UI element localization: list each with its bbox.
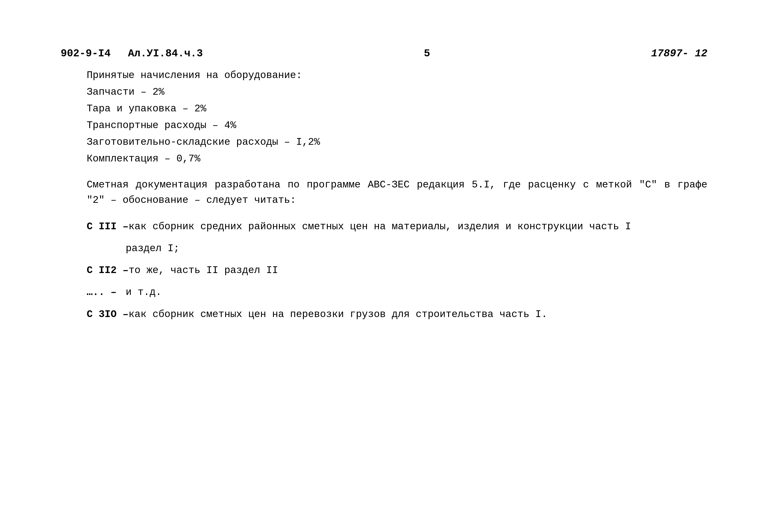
- list-marker-4: С 3IO –: [87, 307, 129, 322]
- charge-2: Тара и упаковка – 2%: [87, 101, 707, 116]
- main-content: Принятые начисления на оборудование: Зап…: [87, 68, 707, 322]
- list-marker-1: С III –: [87, 219, 129, 234]
- header-left: 902-9-I4 Ал.УI.84.ч.3: [61, 48, 203, 59]
- list-marker-2: С II2 –: [87, 263, 129, 278]
- list-continuation-1: раздел I;: [126, 241, 707, 256]
- list-marker-3: ….. –: [87, 285, 126, 300]
- page: 902-9-I4 Ал.УI.84.ч.3 5 17897- 12 Принят…: [0, 0, 768, 532]
- doc-number: 902-9-I4: [61, 48, 111, 59]
- charge-1: Запчасти – 2%: [87, 85, 707, 100]
- list-item-2: С II2 – то же, часть II раздел II: [87, 263, 707, 278]
- charge-4: Заготовительно-складские расходы – I,2%: [87, 135, 707, 150]
- paragraph-1-text: Сметная документация разработана по прог…: [87, 177, 707, 208]
- list-content-3: и т.д.: [126, 285, 707, 300]
- list-item-4: С 3IO – как сборник сметных цен на перев…: [87, 307, 707, 322]
- charge-5: Комплектация – 0,7%: [87, 151, 707, 166]
- doc-title: Ал.УI.84.ч.3: [128, 48, 203, 59]
- charge-3: Транспортные расходы – 4%: [87, 118, 707, 133]
- paragraph-1: Сметная документация разработана по прог…: [87, 177, 707, 208]
- header-center: 5: [203, 48, 651, 59]
- list-content-4: как сборник сметных цен на перевозки гру…: [129, 307, 707, 322]
- list-content-2: то же, часть II раздел II: [129, 263, 707, 278]
- page-number: 5: [424, 48, 430, 59]
- list-item-3: ….. – и т.д.: [87, 285, 707, 300]
- list-item-1: С III – как сборник средних районных сме…: [87, 219, 707, 234]
- header: 902-9-I4 Ал.УI.84.ч.3 5 17897- 12: [61, 48, 707, 59]
- list-content-1: как сборник средних районных сметных цен…: [129, 219, 707, 234]
- doc-id: 17897- 12: [651, 48, 707, 59]
- charges-title: Принятые начисления на оборудование:: [87, 68, 707, 83]
